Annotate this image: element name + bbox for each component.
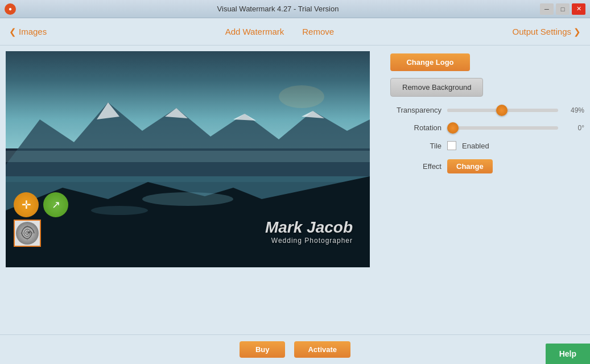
buy-button[interactable]: Buy <box>240 341 286 358</box>
add-watermark-link[interactable]: Add Watermark <box>225 27 284 36</box>
tile-label: Tile <box>390 142 442 150</box>
maximize-button[interactable]: □ <box>556 3 570 15</box>
logo-resize-button[interactable]: ↗ <box>43 192 68 217</box>
navbar: ❮ Images Add Watermark Remove Output Set… <box>0 18 590 46</box>
svg-point-10 <box>91 206 148 215</box>
transparency-label: Transparency <box>390 106 442 114</box>
watermark-subtitle: Wedding Photographer <box>265 237 353 245</box>
image-canvas: Mark Jacob Wedding Photographer ✛ ↗ <box>6 51 370 267</box>
scene-sky <box>6 51 370 148</box>
activate-button[interactable]: Activate <box>294 341 350 358</box>
close-button[interactable]: ✕ <box>572 3 585 15</box>
nav-center: Add Watermark Remove <box>47 27 512 36</box>
rotation-slider-thumb[interactable] <box>447 122 459 134</box>
remove-link[interactable]: Remove <box>302 27 334 36</box>
output-settings-label: Output Settings <box>513 27 571 36</box>
tile-row: Tile Enabled <box>390 141 584 150</box>
rotation-row: Rotation 0° <box>390 123 584 132</box>
titlebar: ● Visual Watermark 4.27 - Trial Version … <box>0 0 590 18</box>
watermark-text: Mark Jacob Wedding Photographer <box>265 218 353 245</box>
help-button[interactable]: Help <box>546 344 590 364</box>
watermark-name: Mark Jacob <box>265 218 353 237</box>
forward-arrow-icon: ❯ <box>574 27 581 37</box>
bottom-bar: Buy Activate Help <box>0 334 590 364</box>
remove-background-button[interactable]: Remove Background <box>390 78 483 97</box>
transparency-slider-thumb[interactable] <box>496 105 508 116</box>
titlebar-title: Visual Watermark 4.27 - Trial Version <box>16 5 540 13</box>
change-effect-button[interactable]: Change <box>447 159 493 173</box>
logo-thumbnail[interactable] <box>14 220 41 247</box>
rotation-label: Rotation <box>390 123 442 132</box>
rotation-slider-track[interactable] <box>447 126 558 130</box>
transparency-row: Transparency 49% <box>390 106 584 114</box>
main-content: Mark Jacob Wedding Photographer ✛ ↗ <box>0 46 590 334</box>
change-logo-button[interactable]: Change Logo <box>390 53 470 71</box>
back-arrow-icon: ❮ <box>9 27 16 37</box>
output-settings-nav[interactable]: Output Settings ❯ <box>513 27 581 37</box>
transparency-value: 49% <box>564 106 584 114</box>
tile-enabled-label: Enabled <box>462 142 489 150</box>
logo-svg <box>15 221 40 246</box>
right-panel: Change Logo Remove Background Transparen… <box>390 51 584 329</box>
minimize-button[interactable]: ─ <box>540 3 554 15</box>
images-label: Images <box>19 27 47 36</box>
rotation-value: 0° <box>564 124 584 132</box>
image-panel: Mark Jacob Wedding Photographer ✛ ↗ <box>6 51 381 329</box>
window-controls: ─ □ ✕ <box>540 3 585 15</box>
logo-move-button[interactable]: ✛ <box>14 192 39 217</box>
svg-rect-12 <box>6 151 370 162</box>
transparency-slider-track[interactable] <box>447 109 558 112</box>
tile-checkbox[interactable] <box>447 141 456 150</box>
effect-label: Effect <box>390 162 442 171</box>
images-nav[interactable]: ❮ Images <box>9 27 47 37</box>
effect-row: Effect Change <box>390 159 584 173</box>
app-icon: ● <box>5 3 16 15</box>
svg-point-9 <box>142 192 233 206</box>
